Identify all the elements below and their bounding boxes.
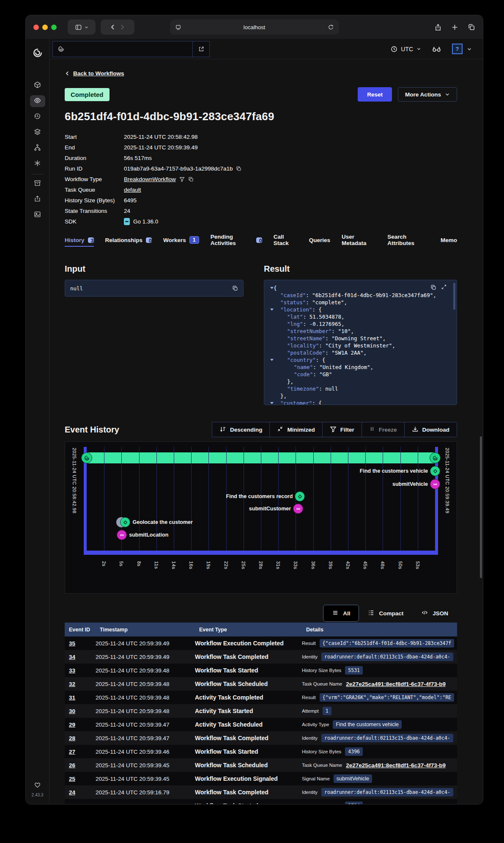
event-id-link[interactable]: 35 <box>65 640 96 647</box>
browser-window: localhost <box>25 15 483 804</box>
event-id-link[interactable]: 33 <box>65 667 96 674</box>
table-row[interactable]: 35 2025-11-24 UTC 20:59:39.49 Workflow E… <box>65 636 457 650</box>
user-menu[interactable]: ? <box>452 44 472 54</box>
collapse-caret-icon <box>270 287 274 289</box>
event-id-link[interactable]: 25 <box>65 776 96 782</box>
meta-row: End 2025-11-24 UTC 20:59:39.49 <box>65 142 457 153</box>
timeline-event-label: Find the customers record <box>226 493 293 499</box>
table-row[interactable]: 28 2025-11-24 UTC 20:59:39.47 Workflow T… <box>65 731 457 745</box>
toolbar-button[interactable]: Descending <box>212 422 270 437</box>
tab[interactable]: Queries <box>309 237 330 247</box>
browser-sidebar-toggle[interactable] <box>68 19 96 35</box>
reset-button[interactable]: Reset <box>358 87 392 102</box>
back-icon[interactable] <box>110 24 116 30</box>
toolbar-button[interactable]: Download <box>404 422 457 437</box>
table-row[interactable]: 26 2025-11-24 UTC 20:59:39.45 Workflow T… <box>65 758 457 772</box>
table-row[interactable]: 33 2025-11-24 UTC 20:59:39.48 Workflow T… <box>65 664 457 677</box>
tab[interactable]: User Metadata <box>342 234 376 250</box>
chevron-down-icon <box>416 47 421 51</box>
event-id-link[interactable]: 32 <box>65 681 96 687</box>
close-window-button[interactable] <box>33 25 39 30</box>
event-id-link[interactable]: 31 <box>65 694 96 701</box>
expand-icon[interactable] <box>441 284 446 290</box>
share-icon[interactable] <box>434 23 442 31</box>
event-id-link[interactable]: 28 <box>65 735 96 741</box>
namespace-search[interactable] <box>52 41 210 57</box>
tab-overview-icon[interactable] <box>468 23 475 31</box>
tab[interactable]: Search Attributes <box>387 234 429 250</box>
back-to-workflows-link[interactable]: Back to Workflows <box>65 70 124 77</box>
view-tab[interactable]: Compact <box>359 605 412 622</box>
tab[interactable]: Call Stack <box>274 234 298 250</box>
table-row[interactable]: 23 2025-11-24 UTC 20:59:16.79 Workflow T… <box>65 799 457 804</box>
event-id-link[interactable]: 23 <box>65 803 96 804</box>
table-row[interactable]: 24 2025-11-24 UTC 20:59:16.79 Workflow T… <box>65 785 457 799</box>
tab[interactable]: Workers 1 <box>163 236 199 247</box>
temporal-logo-icon[interactable] <box>33 48 42 58</box>
activity-marker-icon[interactable] <box>295 491 305 501</box>
event-id-link[interactable]: 34 <box>65 654 96 660</box>
activity-marker-icon[interactable] <box>430 466 440 476</box>
copy-icon[interactable] <box>236 166 241 171</box>
event-id-link[interactable]: 27 <box>65 749 96 755</box>
labs-icon <box>34 211 41 220</box>
pause-icon <box>369 426 375 433</box>
event-id-link[interactable]: 29 <box>65 722 96 728</box>
minimize-window-button[interactable] <box>42 25 48 30</box>
reload-icon[interactable] <box>328 24 334 30</box>
tab[interactable]: Relationships 0 <box>105 237 152 247</box>
event-history-heading: Event History <box>65 425 119 435</box>
copy-icon[interactable] <box>430 284 436 290</box>
timezone-select[interactable]: UTC <box>391 46 421 52</box>
sidebar-panel-icon <box>75 24 82 30</box>
table-row[interactable]: 30 2025-11-24 UTC 20:59:39.48 Activity T… <box>65 704 457 718</box>
signal-marker-icon[interactable] <box>430 479 440 489</box>
toolbar-button[interactable]: Filter <box>322 422 362 437</box>
tab-count-badge: 0 <box>146 237 152 243</box>
view-tab[interactable]: All <box>323 605 359 622</box>
json-line: "code": "GB" <box>267 371 457 378</box>
filter-funnel-icon[interactable] <box>179 176 185 182</box>
tab[interactable]: Pending Activities 0 <box>211 234 262 250</box>
address-bar[interactable]: localhost <box>170 19 339 35</box>
workflow-marker-icon[interactable] <box>81 452 92 463</box>
toolbar-button[interactable]: Minimized <box>269 422 322 437</box>
timeline-chart[interactable]: 2025-11-24 UTC 20:58:42.98 2025-11-24 UT… <box>65 441 457 594</box>
input-value: null <box>70 285 232 292</box>
table-row[interactable]: 31 2025-11-24 UTC 20:59:39.48 Activity T… <box>65 691 457 704</box>
signal-marker-icon[interactable] <box>117 530 127 540</box>
browser-nav-buttons <box>101 19 134 35</box>
json-line: "lat": 51.5034878, <box>267 313 457 320</box>
feedback-heart-icon[interactable] <box>34 782 41 788</box>
table-row[interactable]: 27 2025-11-24 UTC 20:59:39.46 Workflow T… <box>65 745 457 758</box>
page-scrollbar[interactable] <box>480 436 482 578</box>
view-tab[interactable]: JSON <box>412 605 457 622</box>
timeline-event-label: submitCustomer <box>249 506 291 512</box>
workflow-marker-icon[interactable] <box>430 452 441 463</box>
new-tab-icon[interactable] <box>451 24 458 31</box>
json-line: "name": "United Kingdom", <box>267 364 457 371</box>
table-row[interactable]: 32 2025-11-24 UTC 20:59:39.48 Workflow T… <box>65 677 457 691</box>
event-id-link[interactable]: 30 <box>65 708 96 714</box>
open-in-new-icon[interactable] <box>192 41 209 57</box>
more-actions-button[interactable]: More Actions <box>398 87 457 102</box>
layers-icon <box>34 128 41 137</box>
meta-value: BreakdownWorkflow <box>124 176 176 182</box>
json-line: "customer": { <box>267 399 457 405</box>
signal-marker-icon[interactable] <box>293 504 303 514</box>
event-id-link[interactable]: 26 <box>65 762 96 769</box>
forward-icon[interactable] <box>119 24 126 30</box>
zoom-window-button[interactable] <box>51 25 57 30</box>
activity-marker-icon[interactable] <box>120 517 130 527</box>
tab[interactable]: History 35 <box>65 237 94 247</box>
table-row[interactable]: 34 2025-11-24 UTC 20:59:39.49 Workflow T… <box>65 650 457 664</box>
copy-icon[interactable] <box>188 176 194 182</box>
copy-icon[interactable] <box>232 285 238 291</box>
toolbar-button[interactable]: Freeze <box>362 422 405 437</box>
result-scrollbar[interactable] <box>453 283 455 310</box>
table-row[interactable]: 29 2025-11-24 UTC 20:59:39.47 Activity T… <box>65 718 457 731</box>
tab[interactable]: Memo <box>441 237 457 247</box>
glasses-icon[interactable] <box>432 46 441 52</box>
event-id-link[interactable]: 24 <box>65 789 96 796</box>
table-row[interactable]: 25 2025-11-24 UTC 20:59:39.45 Workflow E… <box>65 772 457 785</box>
